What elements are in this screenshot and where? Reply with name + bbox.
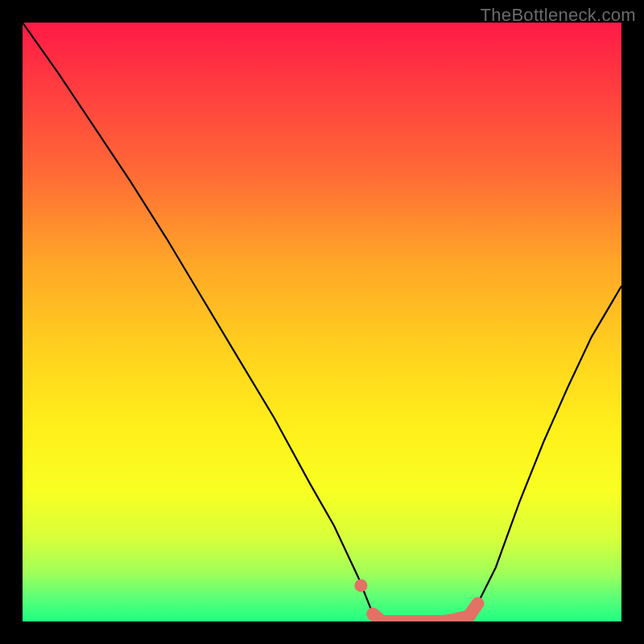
chart-container: TheBottleneck.com (0, 0, 644, 644)
chart-svg (23, 23, 621, 621)
curve-marker-left (354, 579, 367, 592)
bottleneck-curve (23, 23, 621, 621)
plot-area (23, 23, 621, 621)
highlight-segment (373, 604, 477, 621)
